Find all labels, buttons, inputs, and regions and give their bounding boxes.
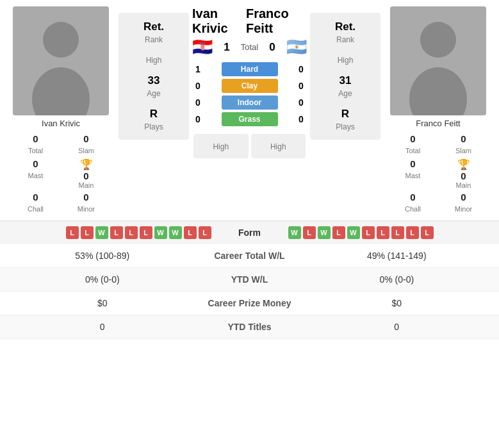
- clay-court-row: 0 Clay 0: [192, 79, 307, 93]
- stat-left-1: 0% (0-0): [13, 274, 192, 285]
- left-form-badge: L: [66, 226, 79, 239]
- right-form-badge: W: [318, 226, 331, 239]
- right-form: WLWLWLLLLL: [288, 226, 490, 239]
- stat-center-2: Career Prize Money: [192, 298, 307, 308]
- left-form-badge: L: [184, 226, 197, 239]
- right-mid-stats: Ret. Rank High 31 Age R Plays: [310, 13, 380, 140]
- indoor-court-row: 0 Indoor 0: [192, 95, 307, 110]
- right-form-badge: L: [303, 226, 316, 239]
- hard-court-row: 1 Hard 0: [192, 62, 307, 76]
- left-stat-total: 0 Total: [13, 133, 58, 156]
- career-stat-row: 53% (100-89) Career Total W/L 49% (141-1…: [0, 244, 499, 268]
- total-left-score: 1: [224, 41, 229, 54]
- hard-badge: Hard: [222, 62, 278, 76]
- right-form-badge: L: [332, 226, 345, 239]
- form-section: LLWLLLWWLL Form WLWLWLLLLL: [0, 220, 499, 244]
- court-types: 1 Hard 0 0 Clay 0 0 Indoor 0 0 Grass: [192, 62, 307, 129]
- right-player-col: Franco Feitt 0 Total 0 Slam 0 Mast 🏆 0: [384, 6, 493, 214]
- right-form-badge: L: [362, 226, 375, 239]
- left-flag: 🇭🇷: [192, 37, 213, 57]
- right-age: 31 Age: [338, 74, 352, 99]
- career-stat-row: 0% (0-0) YTD W/L 0% (0-0): [0, 268, 499, 292]
- left-form: LLWLLLWWLL: [10, 226, 211, 239]
- left-player-stats: 0 Total 0 Slam 0 Mast 🏆 0 Main 0: [13, 133, 109, 214]
- left-trophy-icon-container: 🏆 0 Main: [63, 158, 109, 189]
- total-label: Total: [241, 42, 258, 52]
- clay-badge: Clay: [222, 79, 278, 93]
- indoor-badge: Indoor: [222, 95, 278, 110]
- right-form-badge: L: [377, 226, 389, 239]
- right-stat-minor: 0 Minor: [441, 192, 486, 214]
- flags-total-row: 🇭🇷 1 Total 0 🇦🇷: [192, 37, 307, 57]
- right-stat-total: 0 Total: [390, 133, 436, 156]
- left-player-photo: [13, 6, 109, 115]
- left-player-name-label: Ivan Krivic: [42, 119, 80, 128]
- left-form-badge: W: [169, 226, 182, 239]
- grass-badge: Grass: [222, 112, 278, 126]
- svg-point-1: [43, 22, 79, 58]
- right-high: High: [338, 54, 354, 65]
- center-col: Ivan Krivic Franco Feitt 🇭🇷 1 Total 0 🇦🇷…: [192, 6, 307, 214]
- right-form-badge: L: [421, 226, 434, 239]
- left-form-badge: W: [95, 226, 108, 239]
- left-form-badge: L: [110, 226, 123, 239]
- stat-center-1: YTD W/L: [192, 274, 307, 285]
- stat-left-3: 0: [13, 322, 192, 332]
- stat-center-3: YTD Titles: [192, 322, 307, 332]
- left-mid-stats: Ret. Rank High 33 Age R Plays: [119, 13, 189, 140]
- left-high: High: [146, 54, 162, 65]
- right-rank: Ret. Rank: [335, 21, 356, 45]
- right-plays: R Plays: [336, 108, 354, 132]
- stat-left-2: $0: [13, 298, 192, 308]
- right-high-box: High: [251, 134, 306, 158]
- svg-point-4: [420, 22, 456, 58]
- right-player-stats: 0 Total 0 Slam 0 Mast 🏆 0 Main 0: [390, 133, 486, 214]
- right-flag: 🇦🇷: [286, 37, 307, 57]
- stat-right-0: 49% (141-149): [307, 251, 487, 261]
- left-stat-slam: 0 Slam: [63, 133, 109, 156]
- right-form-badge: W: [347, 226, 360, 239]
- career-stat-row: $0 Career Prize Money $0: [0, 292, 499, 315]
- left-form-badge: W: [154, 226, 167, 239]
- left-stat-minor: 0 Minor: [63, 192, 109, 214]
- left-high-box: High: [193, 134, 249, 158]
- left-age: 33 Age: [147, 74, 160, 99]
- stat-left-0: 53% (100-89): [13, 251, 192, 261]
- left-stat-mast: 0 Mast: [13, 158, 58, 189]
- form-label: Form: [234, 228, 266, 238]
- right-player-name-top: Franco Feitt: [246, 6, 307, 36]
- left-form-badge: L: [81, 226, 94, 239]
- left-trophy-icon: 🏆: [80, 158, 93, 170]
- career-stats-rows: 53% (100-89) Career Total W/L 49% (141-1…: [0, 244, 499, 339]
- center-names-row: Ivan Krivic Franco Feitt: [192, 6, 307, 36]
- left-plays: R Plays: [144, 108, 163, 132]
- right-form-badge: L: [391, 226, 404, 239]
- left-form-badge: L: [140, 226, 152, 239]
- right-stat-mast: 0 Mast: [390, 158, 436, 189]
- left-form-badge: L: [199, 226, 211, 239]
- left-player-col: Ivan Krivic 0 Total 0 Slam 0 Mast 🏆 0 M: [6, 6, 115, 214]
- player-comparison: Ivan Krivic 0 Total 0 Slam 0 Mast 🏆 0 M: [0, 0, 499, 220]
- right-trophy-icon-container: 🏆 0 Main: [441, 158, 486, 189]
- right-form-badge: L: [406, 226, 419, 239]
- total-right-score: 0: [269, 41, 275, 54]
- right-player-name-label: Franco Feitt: [416, 119, 460, 128]
- right-trophy-icon: 🏆: [457, 158, 470, 170]
- right-player-photo: [390, 6, 486, 115]
- left-player-name-top: Ivan Krivic: [192, 6, 246, 36]
- stat-center-0: Career Total W/L: [192, 251, 307, 261]
- page-container: Ivan Krivic 0 Total 0 Slam 0 Mast 🏆 0 M: [0, 0, 499, 339]
- right-form-badge: W: [288, 226, 301, 239]
- left-stat-chall: 0 Chall: [13, 192, 58, 214]
- stat-right-1: 0% (0-0): [307, 274, 487, 285]
- grass-court-row: 0 Grass 0: [192, 112, 307, 126]
- left-rank: Ret. Rank: [143, 21, 164, 45]
- career-stat-row: 0 YTD Titles 0: [0, 315, 499, 339]
- stat-right-3: 0: [307, 322, 487, 332]
- high-row: High High: [192, 134, 307, 158]
- right-stat-slam: 0 Slam: [441, 133, 486, 156]
- stat-right-2: $0: [307, 298, 487, 308]
- left-form-badge: L: [125, 226, 138, 239]
- right-stat-chall: 0 Chall: [390, 192, 436, 214]
